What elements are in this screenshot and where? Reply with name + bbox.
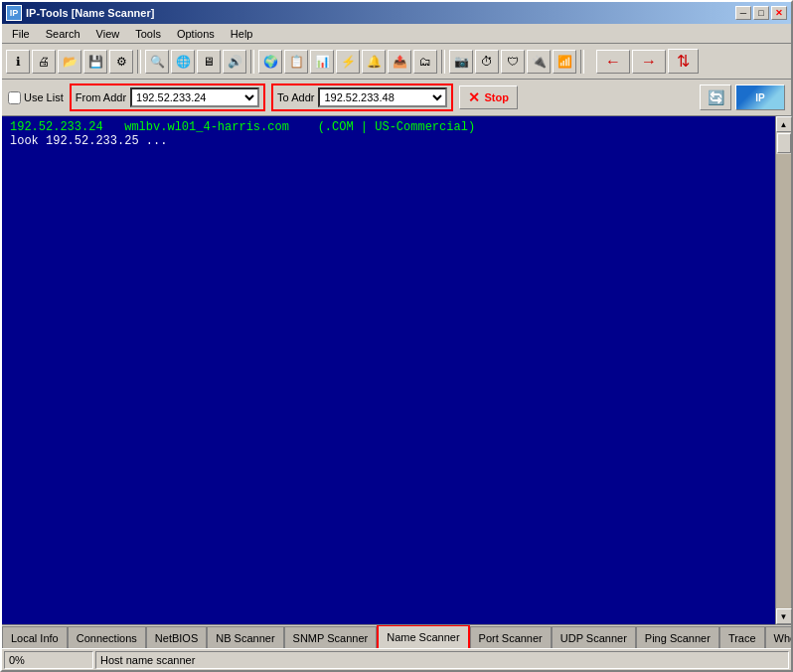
tab-local-info[interactable]: Local Info xyxy=(2,626,68,648)
title-buttons: ─ □ ✕ xyxy=(735,6,787,20)
stop-x-icon: ✕ xyxy=(468,89,480,105)
toolbar-btn-2[interactable]: 🖨 xyxy=(32,50,56,74)
nav-arrows: ← → ⇅ xyxy=(596,49,699,74)
app-icon: IP xyxy=(6,5,22,21)
toolbar-btn-10[interactable]: 🌍 xyxy=(258,50,282,74)
stop-label: Stop xyxy=(484,91,508,103)
progress-text: 0% xyxy=(9,654,25,666)
use-list-checkbox[interactable] xyxy=(8,91,21,104)
toolbar-btn-7[interactable]: 🌐 xyxy=(171,50,195,74)
tab-udp-scanner[interactable]: UDP Scanner xyxy=(552,626,636,648)
nav-refresh-button[interactable]: ⇅ xyxy=(668,49,699,74)
maximize-button[interactable]: □ xyxy=(753,6,769,20)
logo-image: IP xyxy=(735,84,785,110)
scan-line-2: look 192.52.233.25 ... xyxy=(10,134,767,148)
vertical-scrollbar[interactable]: ▲ ▼ xyxy=(775,116,791,624)
nav-forward-button[interactable]: → xyxy=(632,50,666,74)
toolbar-btn-14[interactable]: 🔔 xyxy=(362,50,386,74)
toolbar-btn-20[interactable]: 🔌 xyxy=(527,50,551,74)
toolbar-btn-9[interactable]: 🔊 xyxy=(223,50,246,74)
menu-bar: File Search View Tools Options Help xyxy=(2,24,791,44)
close-button[interactable]: ✕ xyxy=(771,6,787,20)
toolbar-btn-18[interactable]: ⏱ xyxy=(475,50,499,74)
progress-indicator: 0% xyxy=(4,651,93,669)
toolbar-btn-15[interactable]: 📤 xyxy=(388,50,411,74)
nav-back-button[interactable]: ← xyxy=(596,50,630,74)
tab-ping-scanner[interactable]: Ping Scanner xyxy=(636,626,719,648)
window-title: IP-Tools [Name Scanner] xyxy=(26,7,154,19)
menu-options[interactable]: Options xyxy=(169,26,223,42)
toolbar-btn-4[interactable]: 💾 xyxy=(83,50,107,74)
tab-netbios[interactable]: NetBIOS xyxy=(146,626,207,648)
toolbar-btn-13[interactable]: ⚡ xyxy=(336,50,360,74)
menu-tools[interactable]: Tools xyxy=(127,26,169,42)
toolbar-btn-5[interactable]: ⚙ xyxy=(109,50,133,74)
status-description: Host name scanner xyxy=(95,651,789,669)
status-bar: 0% Host name scanner xyxy=(2,648,791,670)
from-addr-select[interactable]: 192.52.233.24 xyxy=(130,87,259,107)
tab-snmp-scanner[interactable]: SNMP Scanner xyxy=(284,626,378,648)
tab-name-scanner[interactable]: Name Scanner xyxy=(377,624,469,648)
scroll-track[interactable] xyxy=(776,154,791,608)
status-text: Host name scanner xyxy=(100,654,195,666)
toolbar-btn-8[interactable]: 🖥 xyxy=(197,50,221,74)
tab-whois[interactable]: WhoIs xyxy=(765,626,791,648)
toolbar-btn-11[interactable]: 📋 xyxy=(284,50,308,74)
from-addr-label: From Addr xyxy=(76,91,126,103)
menu-search[interactable]: Search xyxy=(38,26,88,42)
scroll-thumb[interactable] xyxy=(777,133,791,153)
scroll-down-button[interactable]: ▼ xyxy=(776,608,792,624)
tab-connections[interactable]: Connections xyxy=(68,626,146,648)
use-list-text: Use List xyxy=(24,91,64,103)
title-bar: IP IP-Tools [Name Scanner] ─ □ ✕ xyxy=(2,2,791,24)
stop-button[interactable]: ✕ Stop xyxy=(459,85,517,109)
logo-text: IP xyxy=(755,92,764,103)
to-addr-select[interactable]: 192.52.233.48 xyxy=(318,87,447,107)
tab-bar: Local Info Connections NetBIOS NB Scanne… xyxy=(2,624,791,648)
to-addr-label: To Addr xyxy=(277,91,314,103)
minimize-button[interactable]: ─ xyxy=(735,6,751,20)
toolbar-btn-1[interactable]: ℹ xyxy=(6,50,30,74)
toolbar-btn-3[interactable]: 📂 xyxy=(58,50,81,74)
toolbar-sep-1 xyxy=(137,50,141,74)
toolbar-sep-4 xyxy=(580,50,584,74)
use-list-label[interactable]: Use List xyxy=(8,91,64,104)
tab-trace[interactable]: Trace xyxy=(719,626,765,648)
toolbar-sep-3 xyxy=(441,50,445,74)
refresh-icon-button[interactable]: 🔄 xyxy=(700,84,731,110)
toolbar-btn-12[interactable]: 📊 xyxy=(310,50,334,74)
scroll-up-button[interactable]: ▲ xyxy=(776,116,792,132)
toolbar-btn-17[interactable]: 📷 xyxy=(449,50,473,74)
tab-port-scanner[interactable]: Port Scanner xyxy=(470,626,552,648)
tab-nb-scanner[interactable]: NB Scanner xyxy=(207,626,283,648)
menu-view[interactable]: View xyxy=(88,26,128,42)
toolbar: ℹ 🖨 📂 💾 ⚙ 🔍 🌐 🖥 🔊 🌍 📋 📊 ⚡ 🔔 📤 🗂 📷 ⏱ 🛡 🔌 … xyxy=(2,44,791,80)
toolbar-btn-21[interactable]: 📶 xyxy=(553,50,576,74)
scan-line-1: 192.52.233.24 wmlbv.wl01_4-harris.com (.… xyxy=(10,120,767,134)
scan-output-area: 192.52.233.24 wmlbv.wl01_4-harris.com (.… xyxy=(2,116,775,624)
toolbar-btn-16[interactable]: 🗂 xyxy=(413,50,437,74)
menu-file[interactable]: File xyxy=(4,26,38,42)
toolbar-btn-19[interactable]: 🛡 xyxy=(501,50,525,74)
title-bar-left: IP IP-Tools [Name Scanner] xyxy=(6,5,154,21)
toolbar-btn-6[interactable]: 🔍 xyxy=(145,50,169,74)
toolbar-sep-2 xyxy=(250,50,254,74)
menu-help[interactable]: Help xyxy=(223,26,261,42)
